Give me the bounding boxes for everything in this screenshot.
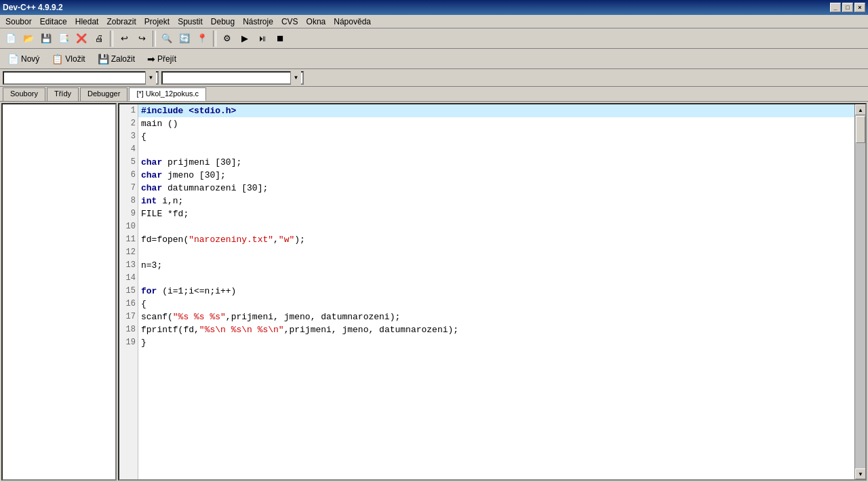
menu-napoveda[interactable]: Nápověda	[330, 16, 375, 28]
token-18-2: "%s\n %s\n %s\n"	[199, 325, 284, 335]
token-1-1: #include <stdio.h>	[141, 106, 236, 116]
line-num-11: 11	[119, 233, 138, 246]
save-file-button[interactable]: 💾	[38, 31, 54, 47]
menu-zobrazit[interactable]: Zobrazit	[102, 16, 140, 28]
new-icon: 📄	[7, 54, 19, 64]
line-num-10: 10	[119, 220, 138, 233]
stop-button[interactable]: ⏹	[272, 31, 288, 47]
line-numbers: 1 2 3 4 5 6 7 8 9 10 11 12 13 14 15 16 1…	[119, 104, 138, 479]
menu-spustit[interactable]: Spustit	[174, 16, 207, 28]
token-6-1: char	[141, 170, 162, 180]
line-num-13: 13	[119, 259, 138, 272]
goto-button[interactable]: 📍	[194, 31, 210, 47]
code-line-4	[138, 143, 854, 156]
line-num-1: 1	[119, 104, 138, 117]
new-button[interactable]: 📄 Nový	[3, 51, 44, 67]
editor-area[interactable]: 1 2 3 4 5 6 7 8 9 10 11 12 13 14 15 16 1…	[118, 103, 867, 481]
token-8-2: i,n;	[157, 196, 183, 206]
scroll-down-button[interactable]: ▼	[855, 468, 866, 479]
line-num-16: 16	[119, 298, 138, 310]
menu-cvs[interactable]: CVS	[277, 16, 302, 28]
code-line-5: char prijmeni [30];	[138, 156, 854, 169]
code-line-7: char datumnarozeni [30];	[138, 182, 854, 195]
line-num-18: 18	[119, 323, 138, 336]
menu-editace[interactable]: Editace	[36, 16, 71, 28]
line-num-2: 2	[119, 117, 138, 130]
goto-label: Přejít	[157, 54, 176, 64]
token-11-3: ,	[273, 235, 279, 245]
insert-label: Vložit	[65, 54, 85, 64]
token-11-1: fd=fopen(	[141, 235, 189, 245]
menu-soubor[interactable]: Soubor	[1, 16, 36, 28]
run-button[interactable]: ▶	[237, 31, 253, 47]
scrollbar: ▲ ▼	[854, 104, 865, 479]
code-line-17: scanf("%s %s %s",prijmeni, jmeno, datumn…	[138, 310, 854, 323]
maximize-button[interactable]: □	[842, 3, 853, 12]
right-combo[interactable]: ▼	[161, 71, 304, 85]
code-line-14	[138, 272, 854, 285]
tab-tridy[interactable]: Třídy	[47, 87, 79, 101]
minimize-button[interactable]: _	[830, 3, 841, 12]
right-combo-arrow[interactable]: ▼	[290, 71, 301, 85]
token-5-1: char	[141, 157, 162, 167]
token-6-2: jmeno [30];	[162, 170, 226, 180]
line-num-15: 15	[119, 285, 138, 298]
token-15-2: (i=1;i<=n;i++)	[157, 286, 236, 296]
token-17-1: scanf(	[141, 312, 173, 322]
menu-hledat[interactable]: Hledat	[71, 16, 103, 28]
code-line-18: fprintf(fd,"%s\n %s\n %s\n",prijmeni, jm…	[138, 323, 854, 336]
save-button[interactable]: 💾 Založit	[93, 51, 140, 67]
line-num-17: 17	[119, 310, 138, 323]
separator2	[153, 31, 156, 47]
tab-debugger[interactable]: Debugger	[80, 87, 127, 101]
menu-okna[interactable]: Okna	[302, 16, 330, 28]
undo-button[interactable]: ↩	[116, 31, 132, 47]
token-11-2: "narozeniny.txt"	[189, 235, 273, 245]
code-line-10	[138, 220, 854, 233]
token-9-1: FILE *fd;	[141, 209, 189, 219]
toolbar2: 📄 Nový 📋 Vložit 💾 Založit ➡ Přejít	[0, 49, 868, 69]
app-title: Dev-C++ 4.9.9.2	[3, 3, 63, 12]
insert-icon: 📋	[52, 54, 63, 64]
new-file-button[interactable]: 📄	[3, 31, 19, 47]
replace-button[interactable]: 🔄	[176, 31, 193, 47]
token-16-1: {	[141, 299, 146, 309]
left-combo[interactable]: ▼	[3, 71, 159, 85]
compile-button[interactable]: ⚙	[219, 31, 235, 47]
token-18-3: ,prijmeni, jmeno, datumnarozeni);	[284, 325, 458, 335]
redo-button[interactable]: ↪	[134, 31, 150, 47]
token-8-1: int	[141, 196, 157, 206]
print-button[interactable]: 🖨	[91, 31, 107, 47]
new-label: Nový	[21, 54, 39, 64]
search-button[interactable]: 🔍	[159, 31, 175, 47]
token-11-4: "w"	[279, 235, 294, 245]
compile-run-button[interactable]: ⏯	[254, 31, 271, 47]
close-file-button[interactable]: ❌	[73, 31, 90, 47]
close-button[interactable]: ×	[854, 3, 865, 12]
separator3	[213, 31, 216, 47]
menu-debug[interactable]: Debug	[207, 16, 239, 28]
save-as-button[interactable]: 📑	[56, 31, 72, 47]
left-combo-arrow[interactable]: ▼	[145, 71, 156, 85]
token-7-1: char	[141, 183, 162, 193]
code-content[interactable]: #include <stdio.h> main () { char prijme…	[138, 104, 854, 479]
insert-button[interactable]: 📋 Vložit	[47, 51, 90, 67]
tab-editor-file[interactable]: [*] Ukol_12pokus.c	[129, 87, 206, 101]
tab-soubory[interactable]: Soubory	[3, 87, 45, 101]
scroll-up-button[interactable]: ▲	[855, 104, 866, 115]
code-line-3: {	[138, 130, 854, 143]
code-line-13: n=3;	[138, 259, 854, 272]
menu-projekt[interactable]: Projekt	[140, 16, 174, 28]
goto-btn2[interactable]: ➡ Přejít	[142, 51, 181, 67]
open-file-button[interactable]: 📂	[20, 31, 37, 47]
scroll-track[interactable]	[855, 115, 865, 468]
main-area: 1 2 3 4 5 6 7 8 9 10 11 12 13 14 15 16 1…	[0, 102, 868, 482]
toolbar1: 📄 📂 💾 📑 ❌ 🖨 ↩ ↪ 🔍 🔄 📍 ⚙ ▶ ⏯ ⏹	[0, 28, 868, 49]
code-line-12	[138, 246, 854, 259]
token-2-1: main ()	[141, 119, 178, 129]
line-num-5: 5	[119, 156, 138, 169]
menu-nastroje[interactable]: Nástroje	[239, 16, 277, 28]
token-18-1: fprintf(fd,	[141, 325, 199, 335]
scroll-thumb[interactable]	[856, 116, 865, 143]
token-5-2: prijmeni [30];	[162, 157, 241, 167]
